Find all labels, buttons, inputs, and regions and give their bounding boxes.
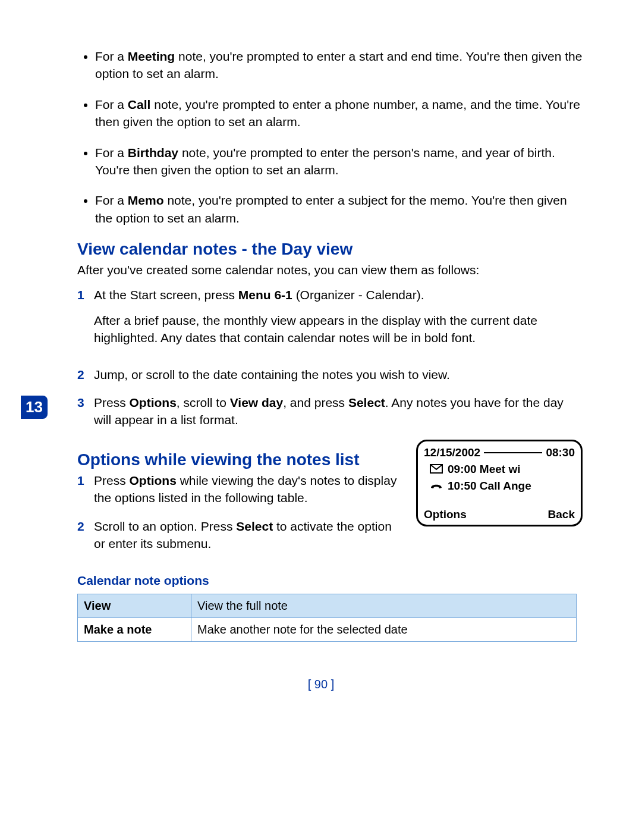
step-item: 1 Press Options while viewing the day's …: [77, 472, 404, 507]
table-row: View View the full note: [78, 594, 577, 618]
step-number: 1: [77, 286, 94, 355]
page-number: [ 90 ]: [59, 678, 583, 691]
step-item: 3 Press Options, scroll to View day, and…: [77, 394, 583, 429]
phone-softkey-left: Options: [424, 508, 467, 521]
chapter-tab: 13: [21, 396, 48, 419]
section-heading-day-view: View calendar notes - the Day view: [77, 240, 583, 259]
phone-entry-2: 10:50 Call Ange: [448, 479, 531, 493]
step-item: 2 Jump, or scroll to the date containing…: [77, 366, 583, 383]
step-number: 1: [77, 472, 94, 507]
table-row: Make a note Make another note for the se…: [78, 618, 577, 642]
table-value: View the full note: [191, 594, 577, 618]
phone-time: 08:30: [546, 446, 575, 459]
steps-day-view: 1 At the Start screen, press Menu 6-1 (O…: [77, 286, 583, 429]
table-value: Make another note for the selected date: [191, 618, 577, 642]
table-key: Make a note: [78, 618, 191, 642]
phone-softkey-right: Back: [548, 508, 575, 521]
bullet-item: For a Call note, you're prompted to ente…: [95, 96, 583, 131]
step-number: 2: [77, 518, 94, 553]
section-heading-options: Options while viewing the notes list: [77, 450, 404, 469]
bullet-item: For a Meeting note, you're prompted to e…: [95, 48, 583, 83]
bullet-text: note, you're prompted to enter a phone n…: [95, 98, 580, 128]
phone-date: 12/15/2002: [424, 446, 480, 459]
phone-entry-1: 09:00 Meet wi: [448, 463, 521, 476]
bullet-type: Birthday: [128, 146, 178, 159]
bullet-type: Memo: [128, 193, 164, 207]
step-item: 1 At the Start screen, press Menu 6-1 (O…: [77, 286, 583, 355]
bullet-list: For a Meeting note, you're prompted to e…: [59, 48, 583, 227]
table-title: Calendar note options: [77, 573, 583, 588]
phone-screen: 12/15/2002 08:30 09:00 Meet wi 10:50 Cal: [416, 440, 583, 526]
bullet-item: For a Memo note, you're prompted to ente…: [95, 192, 583, 227]
phone-divider: [484, 452, 542, 453]
options-table: View View the full note Make a note Make…: [77, 594, 577, 642]
bullet-item: For a Birthday note, you're prompted to …: [95, 144, 583, 179]
envelope-icon: [430, 464, 443, 475]
bullet-text: note, you're prompted to enter a subject…: [95, 193, 567, 224]
table-key: View: [78, 594, 191, 618]
bullet-type: Call: [128, 98, 151, 111]
bullet-type: Meeting: [128, 49, 175, 63]
step-number: 3: [77, 394, 94, 429]
phone-icon: [430, 481, 443, 491]
section-intro: After you've created some calendar notes…: [77, 261, 583, 278]
step-number: 2: [77, 366, 94, 383]
step-item: 2 Scroll to an option. Press Select to a…: [77, 518, 404, 553]
